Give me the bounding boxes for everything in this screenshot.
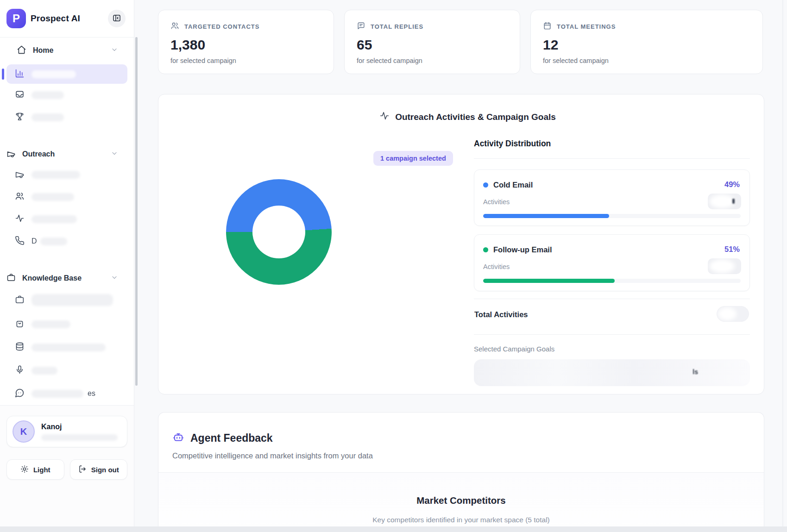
progress-track xyxy=(483,279,741,283)
megaphone-icon xyxy=(15,170,25,180)
robot-icon xyxy=(172,431,184,445)
users-icon xyxy=(15,191,25,203)
redacted-label xyxy=(31,193,74,201)
inbox-icon xyxy=(15,89,25,101)
campaign-selected-badge[interactable]: 1 campaign selected xyxy=(373,151,453,166)
activity-icon xyxy=(379,111,390,123)
theme-toggle-label: Light xyxy=(33,466,50,474)
stat-label: TARGETED CONTACTS xyxy=(184,23,259,30)
log-out-icon xyxy=(78,465,87,475)
sidebar: P Prospect AI Home Ou xyxy=(0,0,134,532)
stat-caption: for selected campaign xyxy=(357,57,508,64)
brand-logo: P xyxy=(6,9,26,28)
sign-out-label: Sign out xyxy=(91,466,119,474)
sidebar-item[interactable] xyxy=(0,359,134,382)
progress-track xyxy=(483,214,741,218)
sidebar-scrollbar-thumb[interactable] xyxy=(135,37,138,386)
activity-icon xyxy=(15,213,25,225)
horizontal-scrollbar[interactable] xyxy=(0,526,787,532)
sidebar-item[interactable] xyxy=(0,288,134,313)
sidebar-item[interactable]: D xyxy=(0,230,134,252)
user-card[interactable]: K Kanoj xyxy=(6,416,127,447)
redacted-label xyxy=(31,171,80,179)
sidebar-section-outreach[interactable]: Outreach xyxy=(0,145,134,163)
stat-caption: for selected campaign xyxy=(170,57,321,64)
sidebar-item[interactable] xyxy=(0,208,134,230)
chat-bubble-icon xyxy=(15,388,25,400)
campaign-goals-label: Selected Campaign Goals xyxy=(474,345,750,353)
calendar-icon xyxy=(543,21,552,32)
stat-caption: for selected campaign xyxy=(543,57,750,64)
stat-value: 65 xyxy=(357,37,508,53)
chevron-down-icon[interactable] xyxy=(111,150,118,159)
outreach-activities-card: Outreach Activities & Campaign Goals 1 c… xyxy=(158,94,764,394)
redacted-label xyxy=(31,91,64,99)
series-dot xyxy=(483,182,488,188)
series-percent: 51% xyxy=(724,245,740,254)
card-title-row: Outreach Activities & Campaign Goals xyxy=(165,111,770,123)
sidebar-footer: K Kanoj Light Sign out xyxy=(0,405,134,532)
redacted-label xyxy=(31,344,106,351)
sidebar-item[interactable] xyxy=(0,84,134,106)
redacted-label xyxy=(31,113,64,121)
stat-value: 1,380 xyxy=(170,37,321,53)
briefcase-icon xyxy=(15,294,25,306)
redacted-count-badge xyxy=(708,258,741,274)
sidebar-section-knowledge-base[interactable]: Knowledge Base xyxy=(0,269,134,288)
activity-distribution-panel: Activity Distribution Cold Email 49% Act… xyxy=(474,139,750,386)
panel-title: Activity Distribution xyxy=(474,139,750,149)
redacted-total-toggle[interactable] xyxy=(717,306,749,322)
redacted-label xyxy=(31,367,57,375)
brand: P Prospect AI xyxy=(6,9,80,28)
bar-chart-icon xyxy=(15,69,25,80)
partial-label: D xyxy=(31,237,37,245)
series-sublabel: Activities xyxy=(483,198,510,206)
theme-toggle-button[interactable]: Light xyxy=(6,459,64,480)
distribution-row-follow-up-email: Follow-up Email 51% Activities xyxy=(474,234,750,291)
shopping-bag-icon xyxy=(15,319,25,330)
market-competitors-title: Market Competitors xyxy=(158,495,764,506)
series-name: Cold Email xyxy=(493,181,533,189)
series-name: Follow-up Email xyxy=(493,245,552,254)
chevron-down-icon[interactable] xyxy=(111,274,118,283)
activity-donut-chart xyxy=(226,179,332,285)
redacted-label xyxy=(40,238,67,245)
sidebar-item[interactable] xyxy=(0,313,134,336)
stat-card-targeted-contacts: TARGETED CONTACTS 1,380 for selected cam… xyxy=(158,10,334,74)
avatar: K xyxy=(13,420,35,443)
database-icon xyxy=(15,342,25,353)
users-icon xyxy=(170,21,179,32)
progress-fill xyxy=(483,214,609,218)
sidebar-item-analytics[interactable] xyxy=(6,64,127,84)
user-name: Kanoj xyxy=(41,423,118,431)
market-competitors-subtitle: Key competitors identified in your marke… xyxy=(158,516,764,524)
stat-card-total-meetings: TOTAL MEETINGS 12 for selected campaign xyxy=(530,10,763,74)
agent-feedback-card: Agent Feedback Competitive intelligence … xyxy=(158,412,764,532)
partial-label: es xyxy=(88,389,95,398)
agent-feedback-subtitle: Competitive intelligence and market insi… xyxy=(172,451,750,460)
divider xyxy=(474,158,750,159)
panel-collapse-icon xyxy=(112,13,121,24)
sidebar-item[interactable] xyxy=(0,186,134,208)
series-sublabel: Activities xyxy=(483,263,510,270)
redacted-user-meta xyxy=(41,434,118,441)
redacted-label xyxy=(31,215,77,223)
sidebar-section-home[interactable]: Home xyxy=(0,41,134,60)
sidebar-header: P Prospect AI xyxy=(0,0,134,37)
brand-name: Prospect AI xyxy=(31,13,80,24)
sign-out-button[interactable]: Sign out xyxy=(70,459,128,480)
main-content: TARGETED CONTACTS 1,380 for selected cam… xyxy=(135,0,787,532)
chevron-down-icon[interactable] xyxy=(111,46,118,55)
sidebar-item[interactable] xyxy=(0,106,134,128)
distribution-row-cold-email: Cold Email 49% Activities xyxy=(474,169,750,226)
stat-card-total-replies: TOTAL REPLIES 65 for selected campaign xyxy=(344,10,520,74)
stat-label: TOTAL MEETINGS xyxy=(557,23,616,30)
agent-feedback-title: Agent Feedback xyxy=(190,432,273,444)
sidebar-item[interactable] xyxy=(0,336,134,359)
sidebar-item[interactable] xyxy=(0,163,134,186)
sidebar-nav: Home Outreach xyxy=(0,37,134,405)
sidebar-item[interactable]: es xyxy=(0,382,134,405)
collapse-sidebar-button[interactable] xyxy=(108,10,126,27)
stats-row: TARGETED CONTACTS 1,380 for selected cam… xyxy=(158,10,763,74)
phone-icon xyxy=(15,236,25,247)
